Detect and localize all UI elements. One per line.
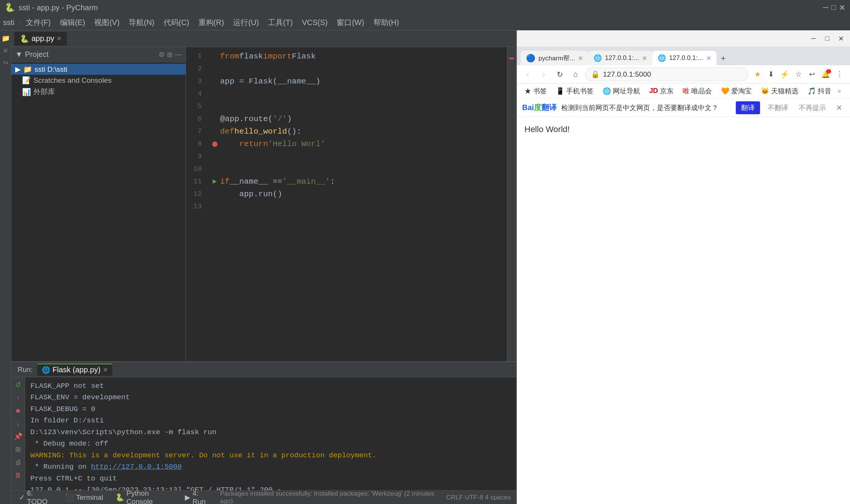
editor-tab-app-py[interactable]: 🐍 app.py ✕ bbox=[14, 32, 67, 46]
browser-tab-local-2[interactable]: 🌐 127.0.0.1:... ✕ bbox=[652, 51, 716, 65]
menu-vcs[interactable]: VCS(S) bbox=[298, 17, 332, 28]
more-options[interactable]: ⋮ bbox=[833, 68, 845, 80]
tab-close-btn[interactable]: ✕ bbox=[57, 35, 61, 42]
minimize-btn[interactable]: ─ bbox=[823, 3, 828, 12]
status-left: ✓ 6: TODO ⬛ Terminal 🐍 Python Console bbox=[17, 488, 439, 504]
browser-close[interactable]: ✕ bbox=[836, 33, 846, 44]
python-console-tab[interactable]: 🐍 Python Console bbox=[113, 488, 175, 504]
project-panel: ▼ Project ⚙ ⊞ — ▶ 📁 ssti D: bbox=[11, 47, 186, 361]
favorites-icon[interactable]: Z bbox=[1, 58, 11, 68]
project-expand-icon[interactable]: ⊞ bbox=[167, 50, 173, 59]
read-mode-btn[interactable]: 📖 阅读长文 bbox=[847, 85, 850, 97]
reload-btn[interactable]: ↻ bbox=[553, 68, 566, 81]
browser-minimize[interactable]: ─ bbox=[808, 33, 819, 44]
bookmark-item-vip[interactable]: 唯 唯品会 bbox=[680, 85, 715, 97]
translate-btn[interactable]: 翻译 bbox=[736, 101, 760, 114]
menu-run[interactable]: 运行(U) bbox=[229, 16, 263, 29]
todo-tab[interactable]: ✓ 6: TODO bbox=[17, 488, 55, 504]
menu-file[interactable]: 文件(F) bbox=[22, 16, 55, 29]
forward-btn[interactable]: › bbox=[537, 68, 550, 81]
browser-window: ─ □ ✕ 🔵 pycharm帮... ✕ 🌐 127.0.0.1:... ✕ … bbox=[516, 30, 850, 504]
baidu-logo: Bai度翻译 bbox=[522, 102, 557, 113]
bookmark-star[interactable]: ★ bbox=[751, 68, 763, 80]
terminal-tab[interactable]: ⬛ Terminal bbox=[63, 492, 105, 502]
run-arrow-icon: ▶ bbox=[213, 176, 217, 187]
new-tab-btn[interactable]: + bbox=[716, 52, 730, 65]
home-btn[interactable]: ⌂ bbox=[569, 68, 582, 81]
back-btn[interactable]: ‹ bbox=[521, 68, 534, 81]
tree-item-external[interactable]: 📊 外部库 bbox=[11, 86, 186, 98]
tab-close-1[interactable]: ✕ bbox=[578, 55, 583, 62]
bottom-tabs-bar: Run: 🌐 Flask (app.py) ✕ bbox=[11, 362, 516, 377]
clear-btn[interactable]: 🗑 bbox=[13, 470, 24, 480]
no-translate-btn[interactable]: 不翻译 bbox=[765, 101, 791, 114]
flask-run-icon: 🌐 bbox=[42, 366, 50, 374]
code-content[interactable]: from flask import Flask app = Flask(__na… bbox=[206, 47, 507, 361]
project-close-icon[interactable]: — bbox=[175, 50, 182, 59]
print-btn[interactable]: 🖨 bbox=[13, 457, 24, 468]
code-line-5 bbox=[206, 100, 507, 113]
layout-btn[interactable]: ⊞ bbox=[13, 444, 24, 455]
menu-tools[interactable]: 工具(T) bbox=[264, 16, 297, 29]
console-output: FLASK_APP not set FLASK_ENV = developmen… bbox=[25, 377, 516, 490]
close-btn[interactable]: ✕ bbox=[839, 3, 845, 12]
browser-tab-local-1[interactable]: 🌐 127.0.0.1:... ✕ bbox=[588, 51, 652, 65]
server-link[interactable]: http://127.0.0.1:5000 bbox=[91, 463, 182, 471]
scroll-down-btn[interactable]: ↓ bbox=[13, 418, 24, 429]
menu-window[interactable]: 窗口(W) bbox=[333, 16, 368, 29]
code-line-1: from flask import Flask bbox=[206, 50, 507, 63]
history-back[interactable]: ↩ bbox=[806, 68, 818, 80]
python-icon: 🐍 bbox=[115, 493, 124, 502]
bookmark-item-nav[interactable]: 🌐 网址导航 bbox=[600, 85, 643, 97]
lightning-icon[interactable]: ⚡ bbox=[779, 68, 791, 80]
structure-icon[interactable]: ≡ bbox=[1, 46, 11, 55]
bookmark-item-tiktok[interactable]: 🎵 抖音 bbox=[804, 85, 834, 97]
star-icon[interactable]: ☆ bbox=[792, 68, 804, 80]
menu-refactor[interactable]: 重构(R) bbox=[195, 16, 228, 29]
browser-title-bar: ─ □ ✕ bbox=[517, 30, 850, 47]
menu-view[interactable]: 视图(V) bbox=[90, 16, 123, 29]
bookmark-item-jd[interactable]: JD 京东 bbox=[646, 85, 677, 97]
menu-code[interactable]: 代码(C) bbox=[160, 16, 193, 29]
stop-btn[interactable]: ■ bbox=[13, 405, 24, 416]
run-tab-close[interactable]: ✕ bbox=[103, 366, 108, 373]
console-line-3: FLASK_DEBUG = 0 bbox=[30, 404, 511, 415]
rerun-btn[interactable]: ↺ bbox=[13, 380, 24, 390]
menu-help[interactable]: 帮助(H) bbox=[370, 16, 403, 29]
tree-item-scratches[interactable]: 📝 Scratches and Consoles bbox=[11, 75, 186, 86]
status-bar: ✓ 6: TODO ⬛ Terminal 🐍 Python Console bbox=[11, 490, 516, 504]
code-editor[interactable]: 1 2 3 4 5 6 7 8 9 10 11 12 13 bbox=[186, 47, 516, 361]
tree-item-ssti[interactable]: ▶ 📁 ssti D:\ssti bbox=[11, 64, 186, 75]
project-label: Project bbox=[25, 50, 49, 59]
project-settings-icon[interactable]: ⚙ bbox=[159, 50, 165, 59]
scroll-up-btn[interactable]: ↑ bbox=[13, 392, 24, 403]
notification-icon[interactable]: 🔔1 bbox=[820, 68, 832, 80]
run-tab[interactable]: ▶ 4: Run bbox=[183, 488, 214, 504]
menu-nav[interactable]: 导航(N) bbox=[125, 16, 158, 29]
browser-address-bar[interactable]: 🔒 127.0.0.1:5000 bbox=[585, 68, 748, 81]
project-icon[interactable]: 📁 bbox=[1, 33, 11, 43]
no-remind-btn[interactable]: 不再提示 bbox=[796, 101, 829, 114]
pin-btn[interactable]: 📌 bbox=[13, 431, 24, 442]
bookmark-item-taobao[interactable]: 🧡 爱淘宝 bbox=[718, 85, 755, 97]
bookmark-item-main[interactable]: ★ 书签 bbox=[521, 85, 550, 97]
code-line-8: return 'Hello Worl' bbox=[206, 138, 507, 150]
scratch-icon: 📝 bbox=[22, 76, 31, 85]
bookmark-item-tmall[interactable]: 🐱 天猫精选 bbox=[758, 85, 801, 97]
browser-tab-pycharm[interactable]: 🔵 pycharm帮... ✕ bbox=[521, 51, 588, 65]
address-text: 127.0.0.1:5000 bbox=[603, 70, 651, 79]
menu-edit[interactable]: 编辑(E) bbox=[56, 16, 89, 29]
translation-close-btn[interactable]: ✕ bbox=[834, 102, 845, 114]
bookmark-item-mobile[interactable]: 📱 手机书签 bbox=[553, 85, 597, 97]
bookmark-more[interactable]: » bbox=[837, 88, 841, 94]
browser-maximize[interactable]: □ bbox=[822, 33, 833, 44]
tab-close-2[interactable]: ✕ bbox=[642, 55, 647, 62]
download-icon[interactable]: ⬇ bbox=[765, 68, 777, 80]
tab-close-3[interactable]: ✕ bbox=[706, 55, 711, 62]
ext-icon: 📊 bbox=[22, 88, 31, 96]
browser-address-icons: ★ ⬇ ⚡ ☆ ↩ 🔔1 ⋮ bbox=[751, 68, 845, 80]
run-tab-flask[interactable]: 🌐 Flask (app.py) ✕ bbox=[37, 364, 112, 376]
maximize-btn[interactable]: □ bbox=[831, 3, 836, 12]
editor-area: 1 2 3 4 5 6 7 8 9 10 11 12 13 bbox=[186, 47, 516, 361]
tab-favicon-3: 🌐 bbox=[658, 54, 666, 62]
